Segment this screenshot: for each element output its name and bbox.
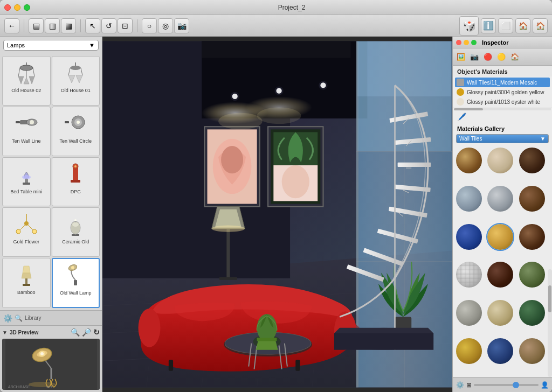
view-btn-2[interactable]: ▥ <box>45 18 60 33</box>
zoom-in-btn[interactable]: 🔍 <box>71 328 80 337</box>
swatch-item[interactable] <box>456 338 482 364</box>
swatch-item[interactable] <box>487 338 513 364</box>
list-item[interactable]: Old House 02 <box>2 56 51 106</box>
inspector-close[interactable] <box>456 40 461 45</box>
svg-rect-105 <box>169 360 173 370</box>
item-label: Gold Flower <box>13 239 39 244</box>
close-button[interactable] <box>4 4 11 11</box>
swatch-item[interactable] <box>519 186 545 212</box>
list-item[interactable]: Old Wall Lamp <box>52 258 100 308</box>
objects-materials-header: Object's Materials <box>453 66 552 76</box>
search-icon[interactable]: 🔍 <box>15 314 23 322</box>
list-item[interactable]: Gold Flower <box>2 207 51 257</box>
swatch-item[interactable] <box>456 148 482 173</box>
left-panel: Lamps ▼ <box>0 37 102 392</box>
inspector-maximize[interactable] <box>471 40 477 45</box>
snap-tool[interactable]: ⊡ <box>118 18 133 33</box>
swatch-item[interactable] <box>487 300 513 326</box>
svg-rect-45 <box>74 280 77 285</box>
svg-point-1 <box>20 65 33 71</box>
swatch-item[interactable] <box>487 262 513 288</box>
swatch-item[interactable] <box>456 186 482 212</box>
swatch-item[interactable] <box>487 186 513 212</box>
svg-marker-5 <box>18 76 24 84</box>
svg-point-136 <box>257 107 301 124</box>
list-item[interactable]: Old House 01 <box>52 56 100 106</box>
home-btn[interactable]: 🏠 <box>533 18 548 33</box>
swatch-item[interactable] <box>519 148 545 173</box>
swatch-item[interactable] <box>519 338 545 364</box>
material-item[interactable]: Wall Tiles/11_Modern Mosaic <box>455 78 550 87</box>
material-item[interactable]: Glossy paint/3004 golden yellow <box>455 87 550 97</box>
view-btn-3[interactable]: ▦ <box>61 18 76 33</box>
swatch-item[interactable] <box>519 262 545 288</box>
plan-btn[interactable]: ⬜ <box>498 18 513 33</box>
insp-yellow-btn[interactable]: 🟡 <box>495 51 507 63</box>
svg-rect-26 <box>71 180 80 183</box>
footer-slider[interactable] <box>474 384 539 386</box>
preview-label-text: 3D Preview <box>10 330 38 335</box>
insp-home-btn[interactable]: 🏠 <box>509 51 521 63</box>
main-window: Project_2 ← ▤ ▥ ▦ ↖ ↺ ⊡ ○ ◎ 📷 🎲 ℹ️ ⬜ 🏠 🏠 <box>0 0 552 392</box>
svg-marker-7 <box>24 78 29 84</box>
insp-camera-btn[interactable]: 📷 <box>468 51 480 63</box>
material-item[interactable]: Glossy paint/1013 oyster white <box>455 97 550 107</box>
settings-icon[interactable]: ⚙️ <box>3 314 12 323</box>
svg-rect-98 <box>219 277 237 280</box>
swatch-item[interactable] <box>456 224 482 250</box>
category-label: Lamps <box>7 42 25 48</box>
svg-line-11 <box>81 68 82 75</box>
swatch-item[interactable] <box>487 224 513 250</box>
svg-point-24 <box>22 175 31 179</box>
target-tool[interactable]: ◎ <box>158 18 173 33</box>
library-label: Library <box>25 315 42 321</box>
inspector-toolbar: 🖼️ 📷 🔴 🟡 🏠 <box>453 48 552 66</box>
select-tool[interactable]: ↖ <box>85 18 100 33</box>
category-dropdown[interactable]: Lamps ▼ <box>3 40 99 51</box>
circle-tool[interactable]: ○ <box>142 18 157 33</box>
camera-tool[interactable]: 📷 <box>174 18 189 33</box>
item-label: Old Wall Lamp <box>60 290 92 296</box>
svg-line-10 <box>68 68 70 75</box>
list-item[interactable]: Ten Wall Circle <box>52 107 100 156</box>
swatch-item[interactable] <box>456 262 482 288</box>
material-name: Glossy paint/1013 oyster white <box>467 99 540 105</box>
list-item[interactable]: Ceramic Old <box>52 207 100 257</box>
slider-thumb[interactable] <box>513 382 519 388</box>
list-item[interactable]: Bed Table mini <box>2 157 51 207</box>
center-view[interactable] <box>102 37 452 392</box>
item-label: DPC <box>71 189 81 194</box>
inspector-minimize[interactable] <box>464 40 469 45</box>
swatch-item[interactable] <box>519 224 545 250</box>
svg-marker-71 <box>202 41 350 58</box>
zoom-out-btn[interactable]: 🔎 <box>82 328 91 337</box>
preview-header: ▼ 3D Preview 🔍 🔎 ↻ <box>2 328 100 337</box>
view3d-btn[interactable]: 🏠 <box>515 18 530 33</box>
insp-photo-btn[interactable]: 🖼️ <box>455 51 467 63</box>
view-btn-1[interactable]: ▤ <box>29 18 44 33</box>
item-thumb <box>58 210 93 239</box>
svg-point-54 <box>40 352 44 355</box>
footer-grid-icon[interactable]: ⊞ <box>466 381 472 389</box>
render-btn[interactable]: 🎲 <box>459 16 479 36</box>
swatch-item[interactable] <box>456 300 482 326</box>
item-thumb <box>9 109 44 138</box>
list-item[interactable]: DPC <box>52 157 100 207</box>
insp-red-btn[interactable]: 🔴 <box>482 51 494 63</box>
gallery-dropdown[interactable]: Wall Tiles ▼ <box>456 134 549 143</box>
footer-settings-icon[interactable]: ⚙️ <box>456 381 464 389</box>
info-btn[interactable]: ℹ️ <box>481 18 496 33</box>
list-item[interactable]: Ten Wall Line <box>2 107 51 156</box>
dropdown-arrow-icon: ▼ <box>89 42 95 48</box>
minimize-button[interactable] <box>14 4 20 11</box>
list-item[interactable]: Bamboo <box>2 258 51 308</box>
swatch-item[interactable] <box>519 300 545 326</box>
back-button[interactable]: ← <box>4 18 19 33</box>
rotate-tool[interactable]: ↺ <box>101 18 116 33</box>
rotate-btn[interactable]: ↻ <box>93 328 100 337</box>
inspector-footer: ⚙️ ⊞ 👤 <box>453 377 552 392</box>
maximize-button[interactable] <box>24 4 30 11</box>
separator-3 <box>137 19 137 32</box>
swatch-item[interactable] <box>487 148 513 173</box>
dropper-icon[interactable]: 🖊️ <box>457 113 466 121</box>
